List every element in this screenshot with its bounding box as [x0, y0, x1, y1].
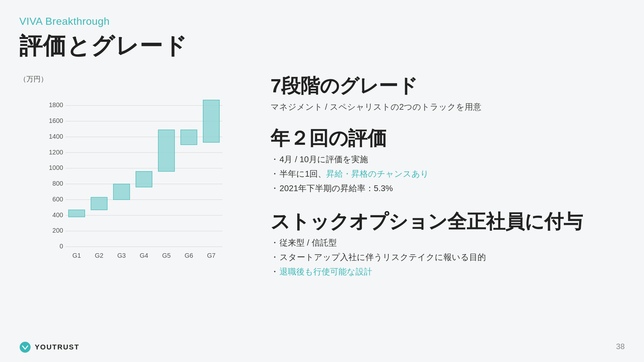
- svg-text:G5: G5: [162, 252, 171, 259]
- svg-rect-20: [69, 210, 85, 217]
- bullet-text: 4月 / 10月に評価を実施: [279, 154, 368, 165]
- svg-rect-28: [158, 130, 175, 171]
- brand-title: VIVA Breakthrough: [19, 15, 625, 27]
- svg-text:400: 400: [52, 211, 63, 218]
- bullet-item: 退職後も行使可能な設計: [270, 266, 625, 277]
- svg-rect-26: [136, 172, 152, 187]
- svg-rect-24: [113, 184, 130, 200]
- footer: YOUTRUST: [19, 341, 80, 353]
- chart-y-label: （万円）: [19, 74, 48, 84]
- page-number: 38: [616, 342, 625, 351]
- header: VIVA Breakthrough 評価とグレード: [0, 0, 644, 61]
- highlight-text: 退職後も行使可能な設計: [279, 266, 372, 277]
- info-block-stock: ストックオプション全正社員に付与 従来型 / 信託型 スタートアップ入社に伴うリ…: [270, 210, 625, 281]
- svg-rect-32: [203, 100, 220, 143]
- svg-text:600: 600: [52, 196, 63, 203]
- bullet-text: 半年に1回、昇給・昇格のチャンスあり: [279, 168, 429, 180]
- evaluation-bullets: 4月 / 10月に評価を実施 半年に1回、昇給・昇格のチャンスあり 2021年下…: [270, 154, 625, 194]
- svg-text:G6: G6: [185, 252, 193, 259]
- svg-text:G7: G7: [207, 252, 216, 259]
- logo-text: YOUTRUST: [35, 343, 80, 351]
- stock-heading: ストックオプション全正社員に付与: [270, 210, 625, 233]
- grades-heading: 7段階のグレード: [270, 74, 625, 97]
- svg-text:G3: G3: [117, 252, 126, 259]
- svg-text:200: 200: [52, 227, 63, 234]
- svg-text:1400: 1400: [49, 133, 63, 140]
- svg-text:1600: 1600: [49, 117, 63, 124]
- grades-subtext: マネジメント / スペシャリストの2つのトラックを用意: [270, 101, 625, 113]
- chart-area: 200400600800100012001400160018000G1G2G3G…: [45, 78, 225, 264]
- info-block-grades: 7段階のグレード マネジメント / スペシャリストの2つのトラックを用意: [270, 74, 625, 114]
- bullet-text: 従来型 / 信託型: [279, 237, 337, 248]
- svg-point-34: [20, 342, 31, 353]
- bullet-item: スタートアップ入社に伴うリスクテイクに報いる目的: [270, 252, 625, 263]
- svg-rect-22: [91, 197, 107, 210]
- evaluation-heading: 年２回の評価: [270, 127, 625, 150]
- svg-text:1000: 1000: [49, 164, 63, 171]
- bullet-text: 2021年下半期の昇給率：5.3%: [279, 183, 393, 194]
- chart-svg: 200400600800100012001400160018000G1G2G3G…: [45, 78, 225, 271]
- svg-text:800: 800: [52, 180, 63, 187]
- svg-text:G1: G1: [72, 252, 81, 259]
- info-block-evaluation: 年２回の評価 4月 / 10月に評価を実施 半年に1回、昇給・昇格のチャンスあり…: [270, 127, 625, 197]
- bullet-item: 4月 / 10月に評価を実施: [270, 154, 625, 165]
- slide: VIVA Breakthrough 評価とグレード （万円） 200400600…: [0, 0, 644, 362]
- svg-text:G2: G2: [95, 252, 103, 259]
- bullet-text: スタートアップ入社に伴うリスクテイクに報いる目的: [279, 252, 486, 263]
- svg-text:1800: 1800: [49, 101, 63, 108]
- stock-bullets: 従来型 / 信託型 スタートアップ入社に伴うリスクテイクに報いる目的 退職後も行…: [270, 237, 625, 277]
- bullet-item: 2021年下半期の昇給率：5.3%: [270, 183, 625, 194]
- bullet-item: 半年に1回、昇給・昇格のチャンスあり: [270, 168, 625, 180]
- page-title: 評価とグレード: [19, 31, 625, 61]
- main-content: （万円） 200400600800100012001400160018000G1…: [0, 61, 644, 362]
- chart-section: （万円） 200400600800100012001400160018000G1…: [19, 68, 238, 343]
- info-section: 7段階のグレード マネジメント / スペシャリストの2つのトラックを用意 年２回…: [238, 68, 625, 343]
- svg-text:1200: 1200: [49, 149, 63, 156]
- svg-rect-30: [181, 130, 197, 144]
- youtrust-logo-icon: [19, 341, 31, 353]
- svg-text:G4: G4: [140, 252, 148, 259]
- highlight-text: 昇給・昇格のチャンスあり: [326, 169, 429, 179]
- bullet-item: 従来型 / 信託型: [270, 237, 625, 248]
- svg-text:0: 0: [60, 243, 63, 250]
